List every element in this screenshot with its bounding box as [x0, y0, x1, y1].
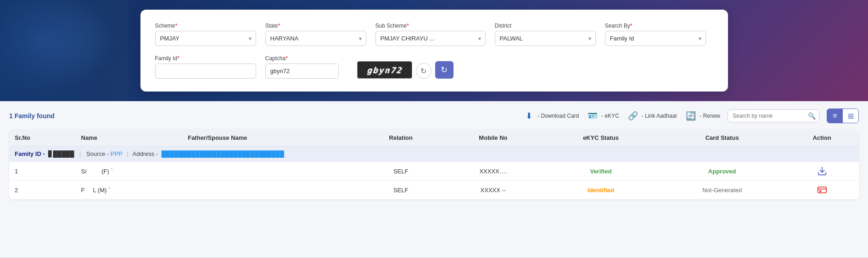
cell-card-2: Not-Generated [659, 181, 785, 200]
captcha-refresh-button[interactable]: ↻ [416, 63, 431, 79]
captcha-input[interactable] [265, 63, 339, 79]
captcha-field-group: Captcha* [265, 55, 348, 79]
grid-view-button[interactable]: ⊞ [843, 109, 858, 123]
subscheme-field-group: Sub Scheme* PMJAY CHIRAYU ... [375, 23, 486, 46]
family-id-value: ▊█████ [48, 150, 74, 157]
renew-label: - Renew [700, 113, 720, 119]
submit-icon: ↻ [441, 65, 448, 75]
col-sr-no: Sr.No [9, 130, 76, 146]
familyid-field-group: Family Id* [155, 55, 256, 79]
link-aadhaar-label: - Link Aadhaar [642, 113, 677, 119]
list-view-button[interactable]: ≡ [827, 109, 843, 123]
cell-ekyc-2: Identified [543, 181, 659, 200]
searchby-select-wrapper: Family Id [605, 31, 706, 46]
search-name-icon: 🔍 [808, 112, 816, 120]
district-select[interactable]: PALWAL [495, 31, 596, 46]
subscheme-select[interactable]: PMJAY CHIRAYU ... [375, 31, 486, 46]
renew-icon: 🔄 [684, 109, 697, 122]
source-label: Source - [86, 150, 111, 157]
download-card-icon: ⬇ [522, 109, 535, 122]
family-id-label: Family ID - [15, 150, 45, 157]
address-label: Address - [133, 150, 158, 157]
table-header: Sr.No Name Father/Spouse Name Relation M… [9, 130, 859, 146]
searchby-label: Search By* [605, 23, 706, 29]
scheme-field-group: Scheme* PMJAY [155, 23, 256, 46]
col-mobile: Mobile No [444, 130, 543, 146]
col-card-status: Card Status [659, 130, 785, 146]
cell-card-1: Approved [659, 162, 785, 181]
view-toggle: ≡ ⊞ [827, 109, 859, 123]
cell-relation-2: SELF [358, 181, 444, 200]
svg-point-3 [820, 190, 821, 192]
card-status-approved: Approved [708, 168, 736, 175]
download-icon-1 [817, 166, 827, 176]
family-id-row: Family ID - ▊█████ | Source - PPP | Addr… [9, 146, 859, 162]
source-value: PPP [111, 150, 123, 157]
col-action: Action [785, 130, 859, 146]
cell-name-1: S/ (F) ` [76, 162, 183, 181]
results-toolbar: 1 Family found ⬇ - Download Card 🪪 - eKY… [9, 109, 859, 123]
link-aadhaar-action[interactable]: 🔗 - Link Aadhaar [627, 109, 677, 122]
subscheme-label: Sub Scheme* [375, 23, 486, 29]
col-father-spouse: Father/Spouse Name [182, 130, 358, 146]
table-row: 1 S/ (F) ` SELF XXXXX…. Verified Approve… [9, 162, 859, 181]
cell-action-1 [785, 162, 859, 181]
address-value: █████████████████████████████ [162, 150, 284, 157]
download-card-label: - Download Card [538, 113, 579, 119]
district-field-group: District PALWAL [495, 23, 596, 46]
cell-name-2: F L (M) ` [76, 181, 183, 200]
cell-sr-no-1: 1 [9, 162, 76, 181]
renew-action[interactable]: 🔄 - Renew [684, 109, 720, 122]
cell-father-1 [182, 162, 358, 181]
family-id-cell: Family ID - ▊█████ | Source - PPP | Addr… [9, 146, 859, 162]
captcha-submit-button[interactable]: ↻ [435, 61, 454, 79]
svg-rect-1 [818, 187, 826, 193]
toolbar-actions: ⬇ - Download Card 🪪 - eKYC 🔗 - Link Aadh… [522, 109, 859, 123]
captcha-label: Captcha* [265, 55, 348, 62]
subscheme-select-wrapper: PMJAY CHIRAYU ... [375, 31, 486, 46]
searchby-select[interactable]: Family Id [605, 31, 706, 46]
hero-section: Scheme* PMJAY State* HARYANA [0, 0, 868, 101]
col-ekyc-status: eKYC Status [543, 130, 659, 146]
scheme-label: Scheme* [155, 23, 256, 29]
download-action-button-1[interactable] [790, 166, 853, 176]
state-select-wrapper: HARYANA [265, 31, 366, 46]
results-table: Sr.No Name Father/Spouse Name Relation M… [9, 130, 859, 200]
district-label: District [495, 23, 596, 29]
table-body: Family ID - ▊█████ | Source - PPP | Addr… [9, 146, 859, 200]
familyid-label: Family Id* [155, 55, 256, 62]
state-select[interactable]: HARYANA [265, 31, 366, 46]
ekyc-action-button-2[interactable] [790, 185, 853, 195]
ekyc-action[interactable]: 🪪 - eKYC [586, 109, 619, 122]
col-relation: Relation [358, 130, 444, 146]
search-name-input[interactable] [728, 109, 819, 122]
ekyc-status-verified: Verified [590, 168, 611, 175]
cell-action-2 [785, 181, 859, 200]
ekyc-icon-2 [817, 185, 827, 195]
refresh-icon: ↻ [420, 67, 426, 75]
captcha-controls: gbyn72 ↻ ↻ [357, 61, 454, 79]
hero-child-image [0, 0, 129, 101]
ekyc-label: - eKYC [601, 113, 619, 119]
search-form-row2: Family Id* Captcha* gbyn72 ↻ [155, 55, 713, 79]
cell-sr-no-2: 2 [9, 181, 76, 200]
scheme-select[interactable]: PMJAY [155, 31, 256, 46]
cell-ekyc-1: Verified [543, 162, 659, 181]
district-select-wrapper: PALWAL [495, 31, 596, 46]
captcha-image: gbyn72 [357, 61, 412, 79]
cell-mobile-2: XXXXX -- [444, 181, 543, 200]
state-label: State* [265, 23, 366, 29]
link-aadhaar-icon: 🔗 [627, 109, 639, 122]
card-status-not-generated: Not-Generated [702, 187, 742, 194]
col-name: Name [76, 130, 183, 146]
search-form-row1: Scheme* PMJAY State* HARYANA [155, 23, 713, 46]
search-name-wrapper: 🔍 [728, 109, 819, 122]
table-header-row: Sr.No Name Father/Spouse Name Relation M… [9, 130, 859, 146]
results-section: 1 Family found ⬇ - Download Card 🪪 - eKY… [0, 101, 868, 258]
searchby-field-group: Search By* Family Id [605, 23, 706, 46]
results-count: 1 Family found [9, 112, 55, 120]
ekyc-icon: 🪪 [586, 109, 599, 122]
download-card-action[interactable]: ⬇ - Download Card [522, 109, 579, 122]
cell-father-2 [182, 181, 358, 200]
familyid-input[interactable] [155, 63, 256, 79]
